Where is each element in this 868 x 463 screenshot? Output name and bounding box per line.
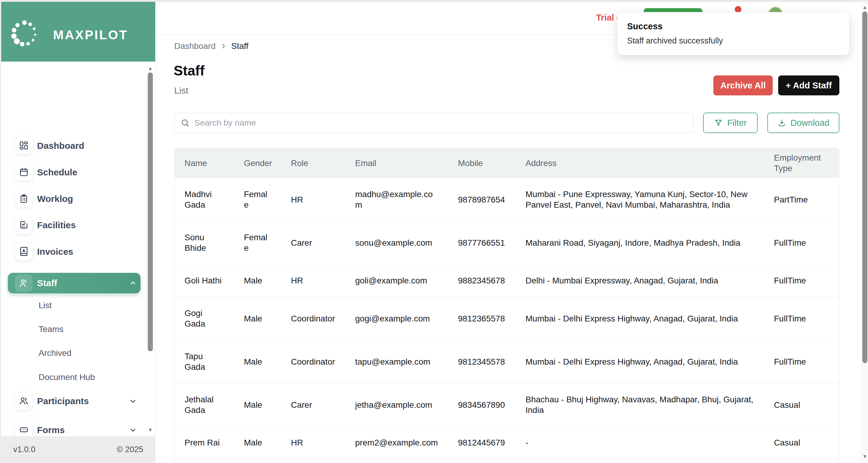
breadcrumb-dashboard[interactable]: Dashboard <box>174 41 216 51</box>
scroll-up-arrow-icon[interactable]: ▲ <box>147 66 154 71</box>
download-button[interactable]: Download <box>767 113 839 133</box>
col-header-address: Address <box>516 148 764 178</box>
clipboard-icon <box>15 190 33 207</box>
cell-role: HR <box>281 178 345 221</box>
cell-gender: Male <box>234 427 281 459</box>
cell-address: Mumbai - Delhi Express Highway, Anagad, … <box>516 340 764 383</box>
table-row[interactable]: Sonu Bhide Female Carer sonu@example.com… <box>175 221 839 264</box>
sidebar-footer: v1.0.0 © 2025 <box>1 436 155 463</box>
col-header-name: Name <box>175 148 234 178</box>
cell-role: Coordinator <box>281 297 345 340</box>
sidebar-subitem-teams[interactable]: Teams <box>39 321 129 337</box>
cell-employment-type: FullTime <box>764 459 839 463</box>
cell-employment-type: FullTime <box>764 221 839 264</box>
sidebar-scrollbar[interactable]: ▲ ▼ <box>147 62 154 436</box>
main-content: Dashboard Staff Staff List Archive All +… <box>155 35 861 463</box>
cell-gender: Male <box>234 297 281 340</box>
success-toast[interactable]: Success Staff archived successfully <box>617 12 849 55</box>
cell-mobile: 9876598761 <box>448 459 516 463</box>
cell-name: Tapu Gada <box>175 340 234 383</box>
col-header-role: Role <box>281 148 345 178</box>
page-title: Staff <box>174 62 205 79</box>
toast-message: Staff archived successfully <box>627 36 839 46</box>
table-row[interactable]: Ira Ray Male Coordinator ira@example.com… <box>175 459 839 463</box>
cell-name: Madhvi Gada <box>175 178 234 221</box>
window-scrollbar[interactable]: ▲ ▼ <box>861 2 868 463</box>
cell-name: Ira Ray <box>175 459 234 463</box>
scroll-up-arrow-icon[interactable]: ▲ <box>861 5 868 10</box>
cell-gender: Male <box>234 383 281 427</box>
cell-email: jetha@example.com <box>345 383 448 427</box>
sidebar-item-dashboard[interactable]: Dashboard <box>8 133 141 159</box>
col-header-employment-type: Employment Type <box>764 148 839 178</box>
table-row[interactable]: Goli Hathi Male HR goli@example.com 9882… <box>175 264 839 297</box>
chevron-down-icon <box>129 397 137 405</box>
cell-gender: Female <box>234 178 281 221</box>
search-input[interactable] <box>194 118 687 128</box>
table-row[interactable]: Tapu Gada Male Coordinator tapu@example.… <box>175 340 839 383</box>
cell-email: tapu@example.com <box>345 340 448 383</box>
copyright: © 2025 <box>117 445 143 454</box>
cell-email: gogi@example.com <box>345 297 448 340</box>
add-staff-button[interactable]: + Add Staff <box>778 76 839 95</box>
cell-email: sonu@example.com <box>345 221 448 264</box>
cell-email: prem2@example.com <box>345 427 448 459</box>
scroll-down-arrow-icon[interactable]: ▼ <box>861 454 868 459</box>
archive-all-button[interactable]: Archive All <box>713 76 773 95</box>
sidebar-item-facilities[interactable]: Facilities <box>8 212 141 238</box>
col-header-mobile: Mobile <box>448 148 516 178</box>
cell-employment-type: Casual <box>764 427 839 459</box>
page-subtitle: List <box>174 85 188 96</box>
calendar-icon <box>15 163 33 181</box>
table-row[interactable]: Prem Rai Male HR prem2@example.com 98124… <box>175 427 839 459</box>
cell-mobile: 9878987654 <box>448 178 516 221</box>
cell-email: ira@example.com <box>345 459 448 463</box>
cell-employment-type: FullTime <box>764 297 839 340</box>
people-icon <box>15 392 33 410</box>
sidebar-item-invoices[interactable]: Invoices <box>8 238 141 265</box>
cell-name: Gogi Gada <box>175 297 234 340</box>
cell-address: Maharani Road, Siyaganj, Indore, Madhya … <box>516 221 764 264</box>
filter-button[interactable]: Filter <box>703 113 758 133</box>
cell-address: Mumbai - Delhi Express Highway, Anagad, … <box>516 297 764 340</box>
chart-icon <box>15 216 33 234</box>
users-icon <box>15 274 33 292</box>
cell-role: Coordinator <box>281 340 345 383</box>
cell-address: - <box>516 427 764 459</box>
toast-title: Success <box>627 22 839 31</box>
notification-badge[interactable] <box>735 6 741 13</box>
cell-email: goli@example.com <box>345 264 448 297</box>
cell-mobile: 9834567890 <box>448 383 516 427</box>
cell-name: Goli Hathi <box>175 264 234 297</box>
window-scrollbar-thumb[interactable] <box>862 11 867 363</box>
table-row[interactable]: Jethalal Gada Male Carer jetha@example.c… <box>175 383 839 427</box>
book-icon <box>15 243 33 260</box>
cell-employment-type: FullTime <box>764 264 839 297</box>
filter-funnel-icon <box>714 118 723 127</box>
scroll-down-arrow-icon[interactable]: ▼ <box>147 427 154 433</box>
sidebar-item-forms[interactable]: Forms <box>8 417 141 436</box>
cell-role: Carer <box>281 383 345 427</box>
table-row[interactable]: Madhvi Gada Female HR madhu@example.com … <box>175 178 839 221</box>
chevron-right-icon <box>220 42 227 50</box>
sidebar-subitem-document-hub[interactable]: Document Hub <box>39 370 129 385</box>
download-icon <box>777 118 786 127</box>
sidebar-item-participants[interactable]: Participants <box>8 388 141 414</box>
table-header: Name Gender Role Email Mobile Address Em… <box>175 148 839 178</box>
logo-dots-icon <box>8 17 41 50</box>
sidebar-subitem-archived[interactable]: Archived <box>39 345 129 361</box>
sidebar-scrollbar-thumb[interactable] <box>148 73 153 351</box>
cell-name: Prem Rai <box>175 427 234 459</box>
cell-gender: Female <box>234 221 281 264</box>
cell-employment-type: FullTime <box>764 340 839 383</box>
cell-employment-type: PartTime <box>764 178 839 221</box>
sidebar-subitem-list[interactable]: List <box>39 298 129 313</box>
breadcrumb: Dashboard Staff <box>174 41 248 51</box>
table-row[interactable]: Gogi Gada Male Coordinator gogi@example.… <box>175 297 839 340</box>
sidebar-item-staff[interactable]: Staff <box>8 273 141 293</box>
cell-address: Delhi - Mumbai Expressway, Anagad, Gujar… <box>516 264 764 297</box>
cell-email: madhu@example.com <box>345 178 448 221</box>
cell-address: kathmandu <box>516 459 764 463</box>
sidebar-item-schedule[interactable]: Schedule <box>8 159 141 185</box>
sidebar-item-worklog[interactable]: Worklog <box>8 185 141 212</box>
